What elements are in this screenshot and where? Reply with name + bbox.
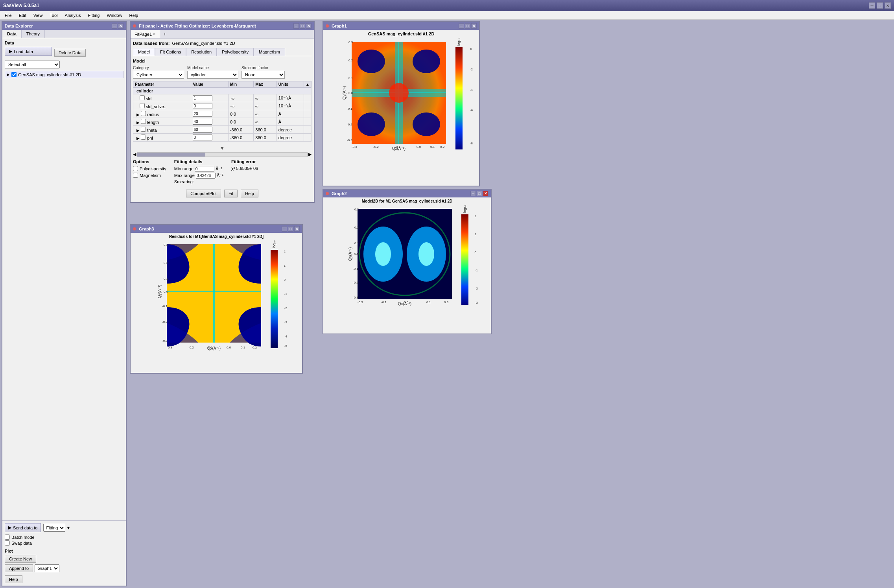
param-value-input-sldsolve[interactable] bbox=[193, 103, 212, 109]
fit-tab-close[interactable]: ✕ bbox=[153, 32, 156, 36]
scroll-right-icon[interactable]: ▶ bbox=[308, 152, 312, 157]
svg-text:-0.1: -0.1 bbox=[207, 346, 213, 349]
param-value-input-length[interactable] bbox=[193, 119, 212, 125]
scroll-left-icon[interactable]: ◀ bbox=[133, 152, 136, 157]
param-checkbox-radius[interactable] bbox=[141, 111, 146, 116]
menu-window[interactable]: Window bbox=[103, 12, 125, 18]
param-value-input-phi[interactable] bbox=[193, 135, 212, 140]
graph3-controls[interactable]: ─ □ ✕ bbox=[282, 226, 300, 232]
scroll-track[interactable] bbox=[137, 152, 308, 157]
menu-help[interactable]: Help bbox=[126, 12, 142, 18]
min-range-input[interactable] bbox=[195, 166, 214, 172]
category-select[interactable]: Cylinder bbox=[133, 71, 184, 79]
graph3-restore[interactable]: □ bbox=[288, 226, 293, 232]
graph2-restore[interactable]: □ bbox=[477, 191, 482, 196]
minimize-button[interactable]: ─ bbox=[869, 2, 875, 9]
expand-theta-icon[interactable]: ▶ bbox=[136, 128, 140, 133]
menu-edit[interactable]: Edit bbox=[16, 12, 29, 18]
graph3-minimize[interactable]: ─ bbox=[282, 226, 287, 232]
append-to-button[interactable]: Append to bbox=[5, 564, 33, 572]
swap-data-checkbox[interactable] bbox=[5, 540, 10, 546]
graph2-controls[interactable]: ─ □ ✕ bbox=[470, 191, 488, 196]
param-value-input-sld[interactable] bbox=[193, 95, 212, 101]
maximize-button[interactable]: □ bbox=[877, 2, 883, 9]
param-checkbox-phi[interactable] bbox=[141, 135, 146, 140]
graph1-close[interactable]: ✕ bbox=[471, 23, 477, 29]
fit-restore[interactable]: □ bbox=[300, 23, 305, 29]
fit-minimize[interactable]: ─ bbox=[293, 23, 299, 29]
max-range-input[interactable] bbox=[196, 173, 216, 179]
fit-tab-page1[interactable]: FitPage1 ✕ bbox=[131, 30, 160, 38]
param-max-radius: ∞ bbox=[254, 110, 276, 118]
min-range-value[interactable] bbox=[195, 166, 216, 171]
menu-tool[interactable]: Tool bbox=[46, 12, 61, 18]
param-checkbox-theta[interactable] bbox=[141, 127, 146, 132]
delete-data-button[interactable]: Delete Data bbox=[54, 49, 86, 57]
fit-button[interactable]: Fit bbox=[224, 190, 238, 197]
expand-phi-icon[interactable]: ▶ bbox=[136, 136, 140, 140]
de-title-controls[interactable]: ─ ✕ bbox=[112, 23, 124, 29]
data-checkbox[interactable] bbox=[11, 72, 17, 77]
menu-analysis[interactable]: Analysis bbox=[62, 12, 84, 18]
graph2-cb-label-2: 2 bbox=[475, 214, 476, 218]
fit-help-button[interactable]: Help bbox=[241, 190, 258, 197]
model-name-select[interactable]: cylinder bbox=[187, 71, 238, 79]
polydispersity-checkbox[interactable] bbox=[133, 166, 138, 171]
graph-select-dropdown[interactable]: Graph1 bbox=[35, 564, 59, 572]
graph3-close[interactable]: ✕ bbox=[294, 226, 300, 232]
data-tree-item[interactable]: ▶ GenSAS mag_cylinder.sld #1 2D bbox=[5, 71, 124, 78]
col-scroll-up[interactable]: ▲ bbox=[304, 81, 312, 88]
param-value-sld[interactable] bbox=[191, 94, 228, 102]
scroll-thumb[interactable] bbox=[137, 153, 205, 157]
param-value-phi[interactable] bbox=[191, 134, 228, 142]
section-tab-fit-options[interactable]: Fit Options bbox=[155, 48, 186, 56]
load-data-button[interactable]: ▶ Load data bbox=[5, 47, 52, 56]
select-all-dropdown[interactable]: Select all bbox=[5, 61, 60, 68]
section-tab-polydispersity[interactable]: Polydispersity bbox=[217, 48, 254, 56]
graph1-minimize[interactable]: ─ bbox=[459, 23, 464, 29]
svg-text:-0.3: -0.3 bbox=[352, 145, 357, 149]
destination-dropdown[interactable]: Fitting bbox=[43, 524, 65, 532]
table-row: ▶ radius 0.0 ∞ Å bbox=[133, 110, 312, 118]
max-range-value[interactable] bbox=[196, 173, 217, 178]
structure-factor-select[interactable]: None bbox=[241, 71, 285, 79]
expand-radius-icon[interactable]: ▶ bbox=[136, 112, 140, 117]
param-value-sldsolve[interactable] bbox=[191, 102, 228, 110]
fit-tab-add[interactable]: + bbox=[160, 30, 170, 38]
send-data-button[interactable]: ▶ Send data to bbox=[5, 523, 41, 532]
param-checkbox-sld[interactable] bbox=[140, 95, 145, 100]
title-bar-controls[interactable]: ─ □ ✕ bbox=[869, 2, 891, 9]
create-new-button[interactable]: Create New bbox=[5, 555, 36, 563]
de-minimize[interactable]: ─ bbox=[112, 23, 117, 29]
graph2-close[interactable]: ✕ bbox=[483, 191, 488, 196]
tab-data[interactable]: Data bbox=[2, 30, 22, 38]
menu-fitting[interactable]: Fitting bbox=[85, 12, 103, 18]
param-value-input-radius[interactable] bbox=[193, 111, 212, 117]
de-close[interactable]: ✕ bbox=[118, 23, 124, 29]
magnetism-checkbox[interactable] bbox=[133, 173, 138, 178]
fit-panel-title-controls[interactable]: ─ □ ✕ bbox=[293, 23, 312, 29]
section-tab-resolution[interactable]: Resolution bbox=[186, 48, 217, 56]
param-value-radius[interactable] bbox=[191, 110, 228, 118]
graph1-controls[interactable]: ─ □ ✕ bbox=[459, 23, 477, 29]
tab-theory[interactable]: Theory bbox=[22, 30, 45, 38]
param-checkbox-sldsolve[interactable] bbox=[140, 103, 145, 108]
table-scroll-down[interactable]: ▼ bbox=[133, 144, 312, 152]
section-tab-model[interactable]: Model bbox=[133, 48, 155, 56]
param-value-length[interactable] bbox=[191, 118, 228, 126]
batch-mode-checkbox[interactable] bbox=[5, 535, 10, 540]
close-button[interactable]: ✕ bbox=[885, 2, 891, 9]
menu-view[interactable]: View bbox=[30, 12, 46, 18]
compute-plot-button[interactable]: Compute/Plot bbox=[186, 190, 221, 197]
param-value-input-theta[interactable] bbox=[193, 127, 212, 133]
param-value-theta[interactable] bbox=[191, 126, 228, 134]
fit-close[interactable]: ✕ bbox=[306, 23, 312, 29]
param-checkbox-length[interactable] bbox=[141, 119, 146, 124]
col-units: Units bbox=[276, 81, 304, 88]
section-tab-magnetism[interactable]: Magnetism bbox=[254, 48, 285, 56]
help-button[interactable]: Help bbox=[5, 575, 22, 583]
menu-file[interactable]: File bbox=[2, 12, 15, 18]
graph1-restore[interactable]: □ bbox=[465, 23, 470, 29]
graph2-minimize[interactable]: ─ bbox=[470, 191, 476, 196]
expand-length-icon[interactable]: ▶ bbox=[136, 120, 140, 125]
